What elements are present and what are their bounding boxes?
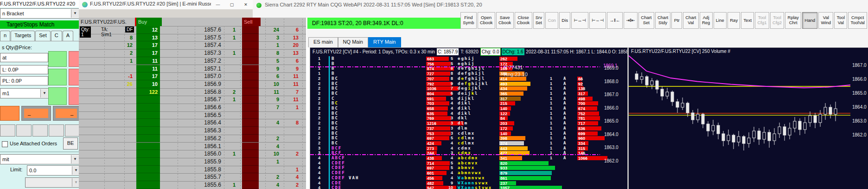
flat-input[interactable]: at: [0, 53, 48, 62]
buy-depth-cell[interactable]: [136, 96, 160, 104]
expand-width-icon[interactable]: ⊢↔⊣: [571, 12, 588, 29]
toolbar-button-tool-cfg2[interactable]: Tool Cfg2: [770, 12, 785, 29]
toolbar-button-close-cbook[interactable]: Close Cbook: [515, 12, 532, 29]
buy-depth-cell[interactable]: 17: [136, 72, 160, 80]
breakeven-button[interactable]: BE: [63, 137, 78, 150]
sell-depth-cell[interactable]: [242, 80, 259, 88]
tab-nq-main[interactable]: NQ Main: [338, 37, 368, 47]
price-cell[interactable]: 1856.7: [185, 96, 221, 104]
order-action-button-1[interactable]: _: [21, 106, 51, 121]
buy-depth-cell[interactable]: [136, 181, 160, 189]
buy-depth-cell[interactable]: [136, 166, 160, 174]
buy-depth-cell[interactable]: [136, 127, 160, 135]
buy-depth-cell[interactable]: [136, 104, 160, 111]
sell-depth-cell[interactable]: [242, 104, 259, 111]
sell-depth-cell[interactable]: [242, 88, 259, 96]
close-button[interactable]: ✕: [239, 0, 253, 9]
sell-depth-cell[interactable]: [242, 72, 259, 80]
toolbar-button-chart-stdy[interactable]: Chart Stdy: [655, 12, 671, 29]
loss-input[interactable]: L: 0.0P: [0, 65, 48, 74]
trade-tab-c[interactable]: C: [51, 31, 62, 41]
price-cell[interactable]: 1855.9: [185, 158, 221, 166]
buy-depth-cell[interactable]: 10: [136, 80, 160, 88]
price-cell[interactable]: 1856.8: [185, 88, 221, 96]
price-cell[interactable]: 1856.5: [185, 111, 221, 119]
order-action-button-2[interactable]: _: [53, 106, 80, 121]
shrink-width-icon[interactable]: →‖←: [607, 12, 622, 29]
sell-depth-cell[interactable]: [242, 119, 259, 127]
toolbar-button-ray[interactable]: Ray: [728, 12, 740, 29]
buy-column-header[interactable]: Buy: [136, 18, 162, 26]
sell-column-header[interactable]: Sell: [242, 18, 261, 26]
toolbar-button-tool-cfg1[interactable]: Tool Cfg1: [755, 12, 769, 29]
sell-depth-cell[interactable]: [242, 158, 259, 166]
price-cell[interactable]: 1857.4: [185, 41, 221, 49]
buy-depth-cell[interactable]: [136, 119, 160, 127]
tpo-plot-area[interactable]: 1B6835eghij2621B7565eghij1721B8748defghi…: [310, 55, 601, 189]
trade-tab-targets[interactable]: Targets: [11, 31, 35, 41]
toolbar-button-val-wind[interactable]: Val Wind: [818, 12, 833, 29]
flatten-button[interactable]: [0, 106, 19, 121]
sell-depth-cell[interactable]: [242, 173, 259, 181]
price-cell[interactable]: 1857.6: [185, 26, 221, 34]
price-cell[interactable]: 1857.5: [185, 34, 221, 42]
trade-tab-a[interactable]: A: [63, 31, 73, 41]
sell-depth-cell[interactable]: [242, 26, 259, 34]
dom-titlebar[interactable]: F.US.RTYU22/F.US.RTYU22 #20 [Sim] | E-mi…: [79, 0, 253, 10]
price-cell[interactable]: 1856.4: [185, 119, 221, 127]
tpo-chart-window[interactable]: F.US.RTYU22 [CV] #4 - Period: 1 Days, TP…: [310, 47, 628, 189]
buy-depth-cell[interactable]: 17: [136, 49, 160, 57]
sell-depth-cell[interactable]: [242, 181, 259, 189]
toolbar-button-rplay-chrt[interactable]: Rplay Chrt: [785, 12, 801, 29]
price-cell[interactable]: 1857.2: [185, 57, 221, 65]
buy-depth-cell[interactable]: 11: [136, 65, 160, 73]
sell-depth-cell[interactable]: [242, 166, 259, 174]
sell-depth-cell[interactable]: [242, 41, 259, 49]
sell-depth-cell[interactable]: [242, 135, 259, 143]
toolbar-button-save-cbook[interactable]: Save Cbook: [496, 12, 514, 29]
price-cell[interactable]: 1855.8: [185, 166, 221, 174]
toolbar-button-tool-val[interactable]: Tool Val: [834, 12, 847, 29]
toolbar-button-open-cbook[interactable]: Open Cbook: [478, 12, 495, 29]
price-cell[interactable]: 1856.6: [185, 104, 221, 111]
sell-depth-cell[interactable]: [242, 143, 259, 150]
toolbar-button-chart-val[interactable]: Chart Val: [683, 12, 699, 29]
toolbar-button-chart-set[interactable]: Chart Set: [638, 12, 654, 29]
sell-quick-button-3[interactable]: [69, 87, 80, 105]
tab-rty-main[interactable]: RTY Main: [368, 37, 401, 47]
buy-depth-cell[interactable]: [136, 135, 160, 143]
buy-depth-cell[interactable]: [136, 111, 160, 119]
account-combo[interactable]: m1 ▼: [0, 88, 49, 98]
buy-depth-cell[interactable]: 12: [136, 26, 160, 34]
sell-depth-cell[interactable]: [242, 150, 259, 158]
limit-price-combo[interactable]: 0.0 ▼: [27, 165, 81, 176]
chevron-down-icon[interactable]: ▼: [71, 155, 79, 163]
buy-depth-cell[interactable]: [136, 143, 160, 150]
buy-depth-cell[interactable]: [136, 158, 160, 166]
quick-button-1[interactable]: [0, 124, 15, 137]
sell-quick-button-2[interactable]: [69, 69, 80, 85]
minimize-button[interactable]: —: [211, 0, 225, 9]
toolbar-button-line[interactable]: Line: [714, 12, 727, 29]
price-cell[interactable]: 1857.0: [185, 72, 221, 80]
toolbar-button-text[interactable]: Text: [741, 12, 754, 29]
order-type-combo[interactable]: n Bracket ▼: [0, 8, 80, 19]
order-mode-combo[interactable]: mit ▼: [0, 154, 80, 164]
buy-quick-button-2[interactable]: [48, 69, 67, 85]
profit-input[interactable]: PL: 0.0P: [0, 76, 48, 85]
price-cell[interactable]: 1856.2: [185, 135, 221, 143]
quick-button-5[interactable]: [65, 124, 80, 137]
expand-width-bold-icon[interactable]: ⊢⇔⊣: [589, 12, 606, 29]
buy-depth-cell[interactable]: 17: [136, 41, 160, 49]
trade-tab-set[interactable]: Set: [35, 31, 51, 41]
buy-depth-cell[interactable]: [136, 173, 160, 181]
sell-depth-cell[interactable]: [242, 127, 259, 135]
buy-quick-button-3[interactable]: [48, 87, 67, 105]
shrink-width-bold-icon[interactable]: ⇥‖⇤: [624, 12, 638, 29]
tab-es-main[interactable]: ES main: [308, 37, 338, 47]
price-cell[interactable]: 1855.6: [185, 181, 221, 189]
toolbar-button-adj-reg[interactable]: Adj Reg: [700, 12, 713, 29]
price-cell[interactable]: 1857.3: [185, 49, 221, 57]
price-cell[interactable]: 1856.0: [185, 150, 221, 158]
sell-depth-cell[interactable]: [242, 111, 259, 119]
